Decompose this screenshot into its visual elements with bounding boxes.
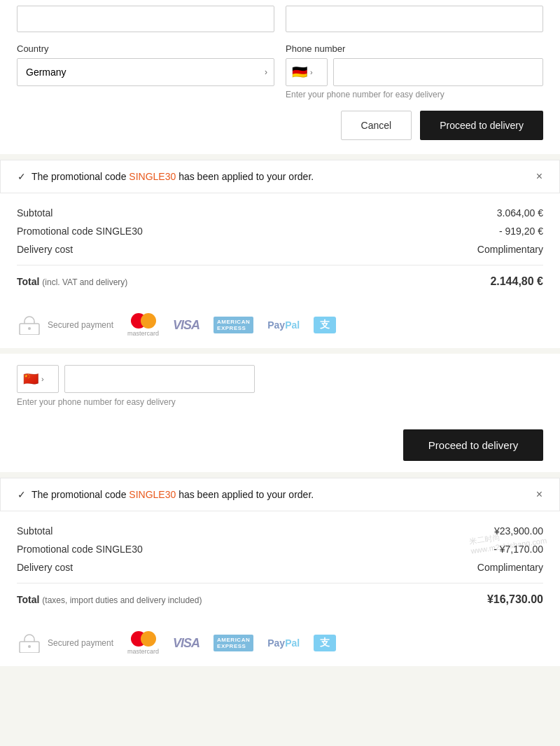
svg-point-1: [28, 327, 31, 330]
address-form: Country Germany › Phone number 🇩🇪 ›: [0, 32, 560, 154]
subtotal-value-1: 3.064,00 €: [497, 207, 543, 219]
payment-section-1: Secured payment mastercard VISA AMERICAN…: [0, 302, 560, 348]
de-flag-icon: 🇩🇪: [292, 64, 307, 80]
promo-text-before-1: The promotional code: [31, 171, 129, 182]
top-input-left[interactable]: [17, 6, 274, 32]
total-value-2: ¥16,730.00: [487, 593, 543, 606]
mc-text-2: mastercard: [127, 648, 159, 655]
subtotal-value-2: ¥23,900.00: [494, 525, 543, 537]
promo-code-1: SINGLE30: [129, 171, 176, 182]
total-label-text-2: Total: [17, 594, 39, 605]
amex-icon-1: AMERICANEXPRESS: [214, 317, 253, 333]
delivery-label-2: Delivery cost: [17, 562, 73, 573]
visa-icon-1: VISA: [173, 318, 200, 333]
delivery-label-1: Delivery cost: [17, 244, 73, 255]
check-icon-2: ✓: [18, 489, 26, 500]
promo-text-after-2: has been applied to your order.: [176, 489, 314, 500]
promo-close-button-2[interactable]: ×: [536, 488, 542, 501]
payment-logos-1: mastercard VISA AMERICANEXPRESS PayPal 支: [127, 313, 543, 337]
gap-3: [0, 472, 560, 478]
promo-row-1: Promotional code SINGLE30 - 919,20 €: [17, 226, 543, 237]
svg-point-3: [28, 645, 31, 648]
country-select[interactable]: Germany: [17, 58, 274, 86]
country-select-wrapper: Germany ›: [17, 58, 274, 86]
delivery-value-1: Complimentary: [477, 244, 543, 255]
subtotal-label-1: Subtotal: [17, 207, 52, 219]
paypal-icon-1: PayPal: [267, 319, 300, 331]
country-group: Country Germany ›: [17, 43, 274, 99]
promo-code-2: SINGLE30: [129, 489, 176, 500]
flag-chevron-icon: ›: [310, 68, 313, 76]
gap-1: [0, 154, 560, 160]
phone-label: Phone number: [286, 43, 543, 54]
phone-flag-button-2[interactable]: 🇨🇳 ›: [17, 365, 59, 393]
form-actions: Cancel Proceed to delivery: [17, 111, 543, 140]
phone-wrapper: 🇩🇪 ›: [286, 58, 543, 86]
lock-icon-1: [17, 315, 42, 335]
phone-hint: Enter your phone number for easy deliver…: [286, 90, 543, 99]
promo-message-1: The promotional code SINGLE30 has been a…: [31, 171, 314, 182]
promo-row-value-1: - 919,20 €: [499, 226, 543, 237]
order-summary-2: Subtotal ¥23,900.00 Promotional code SIN…: [0, 511, 560, 620]
secured-label-2: Secured payment: [48, 638, 113, 648]
subtotal-row-2: Subtotal ¥23,900.00: [17, 525, 543, 537]
total-label-2: Total (taxes, import duties and delivery…: [17, 594, 202, 605]
gap-2: [0, 348, 560, 354]
total-value-1: 2.144,80 €: [490, 275, 543, 288]
promo-row-2: Promotional code SINGLE30 - ¥7,170.00: [17, 544, 543, 555]
payment-section-2: Secured payment mastercard VISA AMERICAN…: [0, 620, 560, 666]
total-row-2: Total (taxes, import duties and delivery…: [17, 593, 543, 606]
total-row-1: Total (incl. VAT and delivery) 2.144,80 …: [17, 275, 543, 288]
alipay-icon-1: 支: [314, 317, 336, 333]
proceed-to-delivery-button-2[interactable]: Proceed to delivery: [403, 429, 543, 461]
subtotal-row-1: Subtotal 3.064,00 €: [17, 207, 543, 219]
summary-divider-2: [17, 583, 543, 583]
cancel-button[interactable]: Cancel: [341, 111, 412, 140]
lock-icon-2: [17, 633, 42, 653]
mc-right-circle: [141, 313, 156, 329]
top-inputs: [0, 0, 560, 32]
phone-hint-2: Enter your phone number for easy deliver…: [17, 397, 543, 407]
promo-row-label-2: Promotional code SINGLE30: [17, 544, 143, 555]
phone-input-2[interactable]: [64, 365, 255, 393]
promo-close-button-1[interactable]: ×: [536, 170, 542, 183]
promo-banner-1: ✓ The promotional code SINGLE30 has been…: [0, 160, 560, 193]
alipay-icon-2: 支: [314, 635, 336, 651]
mastercard-icon-1: mastercard: [127, 313, 159, 337]
mc-text-1: mastercard: [127, 330, 159, 337]
promo-row-value-2: - ¥7,170.00: [493, 544, 543, 555]
secured-payment-1: Secured payment: [17, 315, 113, 335]
total-note-1: (incl. VAT and delivery): [42, 277, 127, 287]
paypal-icon-2: PayPal: [267, 637, 300, 649]
proceed-section-2: Proceed to delivery: [0, 418, 560, 472]
promo-text-before-2: The promotional code: [31, 489, 129, 500]
promo-banner-2: ✓ The promotional code SINGLE30 has been…: [0, 478, 560, 511]
delivery-value-2: Complimentary: [477, 562, 543, 573]
phone-flag-button[interactable]: 🇩🇪 ›: [286, 58, 328, 86]
phone-section-2: 🇨🇳 › Enter your phone number for easy de…: [0, 354, 560, 418]
mc-right-circle-2: [141, 631, 156, 647]
total-label-text-1: Total: [17, 276, 39, 287]
subtotal-label-2: Subtotal: [17, 525, 52, 537]
promo-message-2: The promotional code SINGLE30 has been a…: [31, 489, 314, 500]
total-note-2: (taxes, import duties and delivery inclu…: [42, 595, 202, 605]
promo-text-2: ✓ The promotional code SINGLE30 has been…: [18, 489, 314, 500]
secured-label-1: Secured payment: [48, 320, 113, 330]
delivery-row-2: Delivery cost Complimentary: [17, 562, 543, 573]
top-input-right[interactable]: [286, 6, 543, 32]
mastercard-icon-2: mastercard: [127, 631, 159, 655]
visa-icon-2: VISA: [173, 636, 200, 651]
payment-logos-2: mastercard VISA AMERICANEXPRESS PayPal 支: [127, 631, 543, 655]
promo-text-1: ✓ The promotional code SINGLE30 has been…: [18, 171, 314, 182]
promo-row-label-1: Promotional code SINGLE30: [17, 226, 143, 237]
summary-divider-1: [17, 265, 543, 265]
flag-chevron-icon-2: ›: [41, 375, 44, 383]
page-wrapper: Country Germany › Phone number 🇩🇪 ›: [0, 0, 560, 746]
delivery-row-1: Delivery cost Complimentary: [17, 244, 543, 255]
country-label: Country: [17, 43, 274, 54]
promo-text-after-1: has been applied to your order.: [176, 171, 314, 182]
cn-flag-icon: 🇨🇳: [23, 371, 38, 387]
phone-inner-2: 🇨🇳 ›: [17, 365, 255, 393]
proceed-to-delivery-button-top[interactable]: Proceed to delivery: [420, 111, 543, 140]
phone-input[interactable]: [333, 58, 543, 86]
